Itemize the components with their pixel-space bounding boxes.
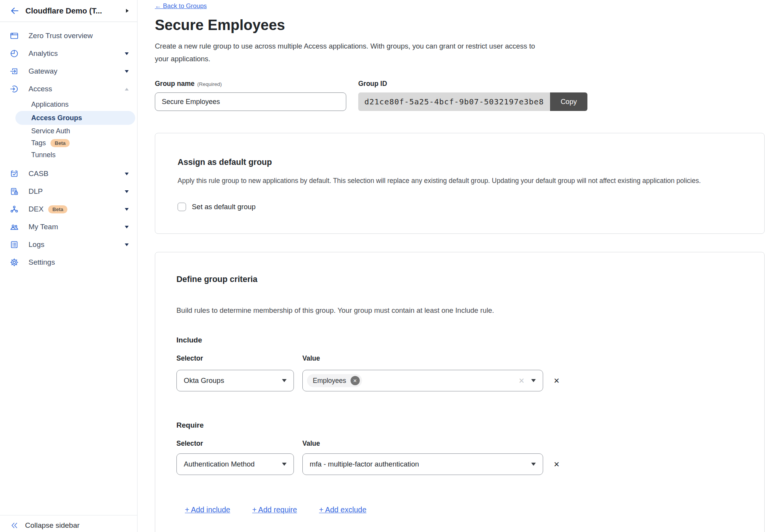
criteria-card-description: Build rules to determine membership of t… [176,306,727,315]
main-content: ← Back to Groups Secure Employees Create… [138,0,770,532]
sidebar-item-label: Tags [31,139,46,147]
criteria-card: Define group criteria Build rules to det… [155,252,765,532]
team-icon [10,222,19,232]
sidebar-item-label: My Team [29,223,125,231]
include-selector-label: Selector [176,354,302,362]
sidebar-item-label: Access [29,85,125,93]
require-value-dropdown[interactable]: mfa - multiple-factor authentication [302,453,543,475]
include-labels: Selector Value [176,354,743,362]
add-include-link[interactable]: + Add include [185,505,230,514]
chevron-down-icon [531,463,536,466]
sidebar-nav: Zero Trust overview Analytics Gateway [0,22,137,271]
beta-badge: Beta [48,205,67,213]
chip-remove-icon[interactable]: ✕ [351,376,360,385]
sidebar-item-label: DLP [29,187,125,196]
clear-icon[interactable]: ✕ [518,376,525,385]
sidebar-header: Cloudflare Demo (T... [0,0,137,22]
access-sub-list: Applications Access Groups Service Auth … [0,99,137,161]
sidebar-item-label: Analytics [29,49,125,58]
sidebar: Cloudflare Demo (T... Zero Trust overvie… [0,0,138,532]
set-default-group-label: Set as default group [192,203,256,211]
remove-include-rule-button[interactable]: ✕ [554,376,560,385]
sidebar-item-analytics[interactable]: Analytics [0,45,137,62]
group-id-value: d21ce80f-5a25-4bcf-9b07-5032197e3be8 [358,92,550,111]
chevron-down-icon [531,379,536,382]
dlp-icon [10,187,19,196]
require-heading: Require [176,421,743,430]
sidebar-item-applications[interactable]: Applications [0,99,137,111]
require-value-label: Value [302,440,320,448]
value-chip-label: Employees [313,377,346,385]
access-icon [10,84,19,94]
chevron-down-icon [125,208,129,211]
include-value-multiselect[interactable]: Employees ✕ ✕ [302,370,543,391]
require-selector-value: Authentication Method [184,460,255,468]
group-id-label: Group ID [358,80,587,88]
require-selector-label: Selector [176,440,302,448]
group-name-input[interactable] [155,92,346,111]
sidebar-item-gateway[interactable]: Gateway [0,62,137,80]
chevron-down-icon [125,70,129,73]
sidebar-item-label: Zero Trust overview [29,32,129,40]
group-name-id-row: Group name(Required) Group ID d21ce80f-5… [155,80,765,111]
default-group-card-title: Assign as default group [178,157,742,167]
gateway-icon [10,67,19,76]
sidebar-item-access[interactable]: Access [0,80,137,98]
add-require-link[interactable]: + Add require [252,505,297,514]
rule-actions: + Add include + Add require + Add exclud… [176,505,743,514]
back-arrow-button[interactable] [10,6,20,16]
sidebar-item-label: Logs [29,240,125,249]
chevron-up-icon [125,88,129,91]
analytics-icon [10,49,19,58]
sidebar-item-service-auth[interactable]: Service Auth [0,125,137,137]
page-description: Create a new rule group to use across mu… [155,40,544,65]
account-title: Cloudflare Demo (T... [25,7,120,15]
include-rule-row: Okta Groups Employees ✕ ✕ ✕ [176,370,743,391]
set-default-group-checkbox[interactable] [178,203,186,211]
logs-icon [10,240,19,249]
sidebar-item-label: Gateway [29,67,125,76]
include-selector-dropdown[interactable]: Okta Groups [176,370,294,391]
sidebar-item-label: Service Auth [31,127,70,135]
group-name-label: Group name [155,80,195,87]
default-group-card: Assign as default group Apply this rule … [155,133,765,234]
back-to-groups-link[interactable]: ← Back to Groups [155,2,207,10]
sidebar-item-dlp[interactable]: DLP [0,183,137,200]
chevron-down-icon [125,173,129,175]
beta-badge: Beta [50,139,70,147]
require-selector-dropdown[interactable]: Authentication Method [176,453,294,475]
collapse-sidebar-label: Collapse sidebar [25,521,80,530]
collapse-sidebar-button[interactable]: Collapse sidebar [0,515,137,532]
chevron-down-icon [282,379,287,382]
casb-icon [10,169,19,178]
sidebar-item-my-team[interactable]: My Team [0,218,137,236]
sidebar-item-label: CASB [29,170,125,178]
remove-require-rule-button[interactable]: ✕ [554,460,560,469]
sidebar-item-logs[interactable]: Logs [0,236,137,253]
chevron-down-icon [125,243,129,246]
page-title: Secure Employees [155,17,765,34]
copy-button[interactable]: Copy [550,92,587,111]
sidebar-item-access-groups[interactable]: Access Groups [15,111,135,125]
chevron-down-icon [125,190,129,193]
add-exclude-link[interactable]: + Add exclude [319,505,366,514]
set-default-group-row: Set as default group [178,203,742,211]
sidebar-item-casb[interactable]: CASB [0,165,137,183]
chevron-right-icon[interactable] [126,9,129,13]
overview-icon [10,31,19,40]
back-arrow-icon [10,6,20,16]
required-hint: (Required) [197,81,222,87]
default-group-card-description: Apply this rule group to new application… [178,175,728,186]
sidebar-item-settings[interactable]: Settings [0,253,137,271]
sidebar-item-zero-trust-overview[interactable]: Zero Trust overview [0,27,137,45]
criteria-card-title: Define group criteria [176,274,743,284]
require-rule-row: Authentication Method mfa - multiple-fac… [176,453,743,475]
sidebar-item-label: Settings [29,258,129,267]
sidebar-item-tunnels[interactable]: Tunnels [0,149,137,161]
sidebar-item-tags[interactable]: Tags Beta [0,137,137,149]
sidebar-item-label: DEXBeta [29,205,125,213]
sidebar-item-label: Tunnels [31,151,55,159]
sidebar-item-dex[interactable]: DEXBeta [0,200,137,218]
collapse-sidebar-icon [10,521,19,530]
gear-icon [10,258,19,267]
